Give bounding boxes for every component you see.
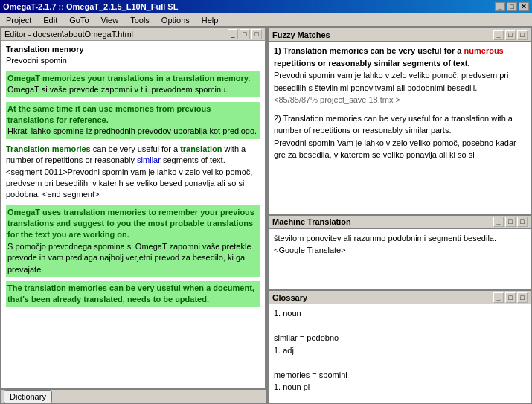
glossary-title-bar: Glossary _ □ □ xyxy=(269,291,531,304)
para-translation-memory: Translation memory Prevodni spomin xyxy=(6,44,260,67)
glossary-line-0: 1. noun xyxy=(274,307,526,320)
segment-tag: <segment 0011> xyxy=(6,167,68,176)
end-segment-tag: <end segment> xyxy=(42,190,99,199)
glossary-title: Glossary xyxy=(272,293,307,302)
glossary-minimize[interactable]: _ xyxy=(493,292,504,303)
link-translation[interactable]: translation xyxy=(180,144,222,153)
editor-bottom-bar: Dictionary xyxy=(0,389,266,404)
main-area: Editor - docs\en\aboutOmegaT.html _ □ □ … xyxy=(0,27,532,404)
same-time-translation: Hkrati lahko spomine iz predhodnih prevo… xyxy=(7,126,257,135)
editor-title: Editor - docs\en\aboutOmegaT.html xyxy=(4,30,133,39)
tm-translation: Prevodni spomin xyxy=(6,56,67,65)
fuzzy-highlight-numerous: numerous xyxy=(464,46,504,55)
fuzzy-1-num: 1) Translation memories can be very usef… xyxy=(274,46,464,55)
fuzzy-1-meta: <85/85/87% project_save 18.tmx > xyxy=(274,95,400,104)
editor-maximize[interactable]: □ xyxy=(240,29,250,39)
para-same-time: At the same time it can use memories fro… xyxy=(6,102,260,139)
right-panel: Fuzzy Matches _ □ □ 1) Translation memor… xyxy=(268,27,532,404)
fuzzy-1-translation: Prevodni spomin vam je lahko v zelo veli… xyxy=(274,71,508,92)
fuzzy-minimize[interactable]: _ xyxy=(493,30,504,40)
menu-project[interactable]: Project xyxy=(3,15,34,25)
text-segments: segments of text. xyxy=(161,155,225,164)
glossary-panel: Glossary _ □ □ 1. noun similar = podobno… xyxy=(268,291,532,404)
title-bar-buttons: _ □ ✕ xyxy=(495,2,529,11)
fuzzy-close[interactable]: □ xyxy=(517,30,528,40)
app-title: OmegaT-2.1.7 :: OmegaT_2.1.5_L10N_Full S… xyxy=(3,2,178,11)
para-memorizes: OmegaT memorizes your translations in a … xyxy=(6,71,260,97)
glossary-content: 1. noun similar = podobno1. adj memories… xyxy=(269,304,531,403)
glossary-line-6: 1. noun pl xyxy=(274,381,526,394)
machine-title: Machine Translation xyxy=(272,217,351,226)
menu-tools[interactable]: Tools xyxy=(127,15,153,25)
glossary-controls: _ □ □ xyxy=(493,292,528,303)
memorizes-heading: OmegaT memorizes your translations in a … xyxy=(7,74,250,83)
close-button[interactable]: ✕ xyxy=(519,2,529,11)
link-similar[interactable]: similar xyxy=(137,155,161,164)
fuzzy-title-bar: Fuzzy Matches _ □ □ xyxy=(269,28,531,42)
editor-close[interactable]: □ xyxy=(251,29,262,39)
editor-content[interactable]: Translation memory Prevodni spomin Omega… xyxy=(0,40,266,389)
menu-edit[interactable]: Edit xyxy=(40,15,60,25)
same-time-heading: At the same time it can use memories fro… xyxy=(7,104,211,124)
machine-maximize[interactable]: □ xyxy=(505,217,516,227)
omegat-uses-heading: OmegaT uses translation memories to reme… xyxy=(7,208,254,240)
glossary-line-1 xyxy=(274,320,526,333)
title-bar: OmegaT-2.1.7 :: OmegaT_2.1.5_L10N_Full S… xyxy=(0,0,532,13)
menu-goto[interactable]: GoTo xyxy=(66,15,92,25)
glossary-maximize[interactable]: □ xyxy=(505,292,516,303)
machine-minimize[interactable]: _ xyxy=(493,217,504,227)
machine-text: številom ponovitev ali razumno podobnimi… xyxy=(274,234,496,255)
omegat-uses-translation: S pomočjo prevodnega spomina si OmegaT z… xyxy=(7,242,251,274)
memorizes-translation: OmegaT si vaše prevode zapomni v t.i. pr… xyxy=(7,85,228,94)
para-omegat-uses: OmegaT uses translation memories to reme… xyxy=(6,205,260,277)
fuzzy-title: Fuzzy Matches xyxy=(272,31,330,39)
editor-title-bar: Editor - docs\en\aboutOmegaT.html _ □ □ xyxy=(0,27,266,40)
maximize-button[interactable]: □ xyxy=(507,2,517,11)
para-the-translation: The translation memories can be very use… xyxy=(6,281,260,307)
menu-bar: Project Edit GoTo View Tools Options Hel… xyxy=(0,13,532,27)
dictionary-button[interactable]: Dictionary xyxy=(4,390,52,403)
machine-content: številom ponovitev ali razumno podobnimi… xyxy=(269,229,531,290)
para-useful: Translation memories can be very useful … xyxy=(6,144,260,201)
tm-heading: Translation memory xyxy=(6,45,84,54)
menu-help[interactable]: Help xyxy=(199,15,222,25)
fuzzy-controls: _ □ □ xyxy=(493,30,528,40)
minimize-button[interactable]: _ xyxy=(495,2,505,11)
machine-translation-panel: Machine Translation _ □ □ številom ponov… xyxy=(268,216,532,292)
menu-options[interactable]: Options xyxy=(158,15,193,25)
menu-view[interactable]: View xyxy=(98,15,122,25)
fuzzy-content: 1) Translation memories can be very usef… xyxy=(269,42,531,214)
fuzzy-item-1: 1) Translation memories can be very usef… xyxy=(274,45,526,106)
fuzzy-maximize[interactable]: □ xyxy=(505,30,516,40)
editor-panel: Editor - docs\en\aboutOmegaT.html _ □ □ … xyxy=(0,27,268,404)
fuzzy-2-text: 2) Translation memories can be very usef… xyxy=(274,114,513,135)
glossary-line-4 xyxy=(274,356,526,369)
glossary-line-3: 1. adj xyxy=(274,344,526,357)
fuzzy-2-translation: Prevodni spomin Vam je lahko v zelo veli… xyxy=(274,138,516,160)
glossary-close[interactable]: □ xyxy=(517,292,528,303)
fuzzy-1-rest: repetitions or reasonably similar segmen… xyxy=(274,59,469,68)
fuzzy-item-2: 2) Translation memories can be very usef… xyxy=(274,112,526,161)
editor-controls: _ □ □ xyxy=(228,29,262,39)
text-can-be: can be very useful for a xyxy=(91,144,180,153)
machine-controls: _ □ □ xyxy=(493,217,528,227)
link-translation-memories[interactable]: Translation memories xyxy=(6,144,91,153)
glossary-line-2: similar = podobno xyxy=(274,332,526,344)
machine-title-bar: Machine Translation _ □ □ xyxy=(269,216,531,229)
machine-close[interactable]: □ xyxy=(517,217,528,227)
glossary-line-5: memories = spomini xyxy=(274,369,526,382)
editor-minimize[interactable]: _ xyxy=(228,29,238,39)
fuzzy-matches-panel: Fuzzy Matches _ □ □ 1) Translation memor… xyxy=(268,27,532,216)
the-translation-heading: The translation memories can be very use… xyxy=(7,283,254,304)
